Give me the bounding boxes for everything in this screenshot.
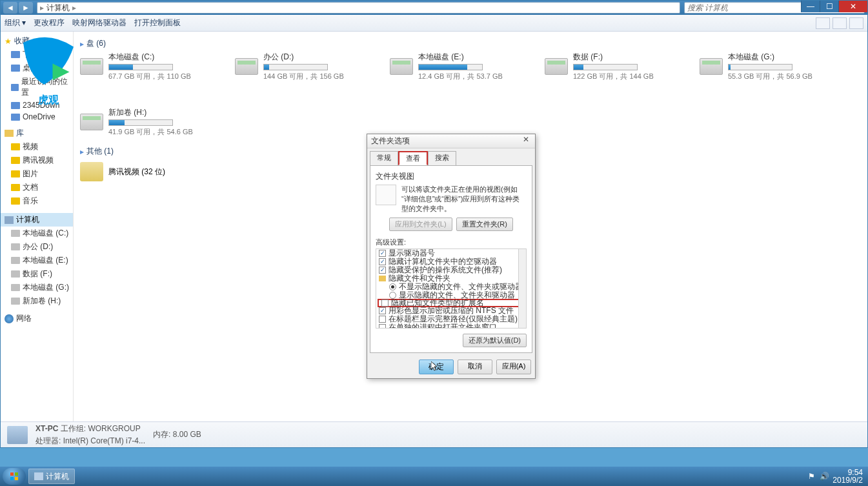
reset-folders-button[interactable]: 重置文件夹(R) xyxy=(456,218,513,231)
libraries-header[interactable]: 库 xyxy=(1,123,73,140)
drive-icon xyxy=(11,243,20,250)
clock[interactable]: 9:542019/9/2 xyxy=(833,469,863,484)
help-button[interactable] xyxy=(849,17,863,29)
checkbox-icon[interactable]: ✓ xyxy=(379,267,386,274)
library-icon xyxy=(11,143,20,150)
drive-icon xyxy=(700,58,723,75)
sidebar-lib-item[interactable]: 图片 xyxy=(1,167,73,181)
drive-icon xyxy=(390,58,413,75)
other-item-label: 腾讯视频 (32 位) xyxy=(108,167,165,177)
drive-name: 办公 (D:) xyxy=(263,52,344,63)
titlebar[interactable]: ◄ ► ▸ 计算机 ▸ — ☐ ✕ xyxy=(1,1,867,15)
svg-text:虎观: 虎观 xyxy=(37,94,59,105)
drive-usage-bar xyxy=(728,64,792,70)
checkbox-icon[interactable]: ✓ xyxy=(379,250,386,257)
drive-item[interactable]: 新加卷 (H:)41.9 GB 可用，共 54.6 GB xyxy=(80,107,209,137)
dialog-title[interactable]: 文件夹选项 ✕ xyxy=(367,134,535,148)
library-icon xyxy=(5,130,14,137)
library-icon xyxy=(11,197,20,205)
drive-icon xyxy=(11,298,20,305)
drive-item[interactable]: 本地磁盘 (C:)67.7 GB 可用，共 110 GB xyxy=(80,52,209,81)
drive-usage-bar xyxy=(418,64,483,70)
dialog-close-button[interactable]: ✕ xyxy=(520,134,532,145)
maximize-button[interactable]: ☐ xyxy=(820,1,838,12)
sidebar-fav-item[interactable]: OneDrive xyxy=(1,111,73,123)
close-button[interactable]: ✕ xyxy=(838,1,867,12)
radio-icon[interactable] xyxy=(389,283,396,290)
control-panel-button[interactable]: 打开控制面板 xyxy=(134,17,181,28)
address-bar[interactable]: ▸ 计算机 ▸ xyxy=(37,2,680,14)
computer-icon xyxy=(5,216,14,224)
preview-pane-button[interactable] xyxy=(833,17,847,29)
taskbar-item-explorer[interactable]: 计算机 xyxy=(28,469,75,484)
sidebar-lib-item[interactable]: 文档 xyxy=(1,181,73,194)
drive-name: 本地磁盘 (G:) xyxy=(728,52,812,63)
cancel-button[interactable]: 取消 xyxy=(458,359,492,374)
drive-item[interactable]: 本地磁盘 (E:)12.4 GB 可用，共 53.7 GB xyxy=(390,52,519,81)
sidebar-network[interactable]: 网络 xyxy=(1,308,73,325)
drive-item[interactable]: 数据 (F:)122 GB 可用，共 144 GB xyxy=(545,52,674,81)
start-button[interactable] xyxy=(3,468,26,485)
nav-back-button[interactable]: ◄ xyxy=(3,2,17,14)
drive-icon xyxy=(235,58,258,75)
sidebar-lib-item[interactable]: 视频 xyxy=(1,140,73,154)
tab-search[interactable]: 搜索 xyxy=(428,151,456,165)
drive-item[interactable]: 办公 (D:)144 GB 可用，共 156 GB xyxy=(235,52,364,81)
folder-view-desc: 可以将该文件夹正在使用的视图(例如“详细信息”或“图标”)应用到所有这种类型的文… xyxy=(401,185,527,214)
library-icon xyxy=(11,170,20,177)
sidebar-drive-item[interactable]: 办公 (D:) xyxy=(1,240,73,254)
tray-volume-icon[interactable]: 🔊 xyxy=(820,472,829,481)
checkbox-icon[interactable]: ✓ xyxy=(379,258,386,265)
drive-free-label: 55.3 GB 可用，共 56.9 GB xyxy=(728,72,812,81)
drive-icon xyxy=(11,230,20,237)
drive-usage-bar xyxy=(263,64,328,70)
folder-options-dialog: 文件夹选项 ✕ 常规 查看 搜索 文件夹视图 可以将该文件夹正在使用的视图(例如… xyxy=(367,134,536,379)
drive-usage-bar xyxy=(573,64,638,70)
drive-usage-bar xyxy=(108,119,173,126)
sidebar-computer[interactable]: 计算机 xyxy=(1,213,73,227)
advanced-option[interactable]: 在单独的进程中打开文件夹窗口 xyxy=(376,323,526,329)
sidebar-drive-item[interactable]: 本地磁盘 (G:) xyxy=(1,281,73,294)
group-disks[interactable]: ▸盘 (6) xyxy=(80,35,861,52)
sidebar-lib-item[interactable]: 音乐 xyxy=(1,194,73,208)
apply-to-folders-button[interactable]: 应用到文件夹(L) xyxy=(389,218,452,231)
checkbox-icon[interactable] xyxy=(381,299,389,307)
scrollbar[interactable] xyxy=(518,249,526,328)
checkbox-icon[interactable]: ✓ xyxy=(379,307,386,314)
sidebar-drive-item[interactable]: 本地磁盘 (E:) xyxy=(1,254,73,267)
expand-icon: ▸ xyxy=(80,147,84,156)
drive-icon xyxy=(80,114,103,130)
taskbar: 计算机 ⚑ 🔊 9:542019/9/2 xyxy=(0,467,868,486)
drive-name: 数据 (F:) xyxy=(573,52,654,63)
apply-button[interactable]: 应用(A) xyxy=(496,359,531,374)
sidebar-drive-item[interactable]: 新加卷 (H:) xyxy=(1,294,73,308)
tab-view[interactable]: 查看 xyxy=(398,151,428,165)
tray-flag-icon[interactable]: ⚑ xyxy=(807,472,816,481)
drive-icon xyxy=(11,257,20,264)
minimize-button[interactable]: — xyxy=(801,1,820,12)
drive-icon xyxy=(11,270,20,278)
breadcrumb-computer[interactable]: 计算机 xyxy=(44,3,72,14)
drive-usage-bar xyxy=(108,64,173,70)
drive-item[interactable]: 本地磁盘 (G:)55.3 GB 可用，共 56.9 GB xyxy=(700,52,829,81)
folder-icon xyxy=(11,114,20,121)
ok-button[interactable]: 确定 xyxy=(419,359,454,374)
nav-forward-button[interactable]: ► xyxy=(19,2,33,14)
folder-icon xyxy=(80,162,103,181)
drive-icon xyxy=(545,58,568,75)
checkbox-icon[interactable] xyxy=(379,316,386,323)
checkbox-icon[interactable] xyxy=(379,324,386,329)
sidebar-lib-item[interactable]: 腾讯视频 xyxy=(1,154,73,167)
breadcrumb-sep: ▸ xyxy=(72,3,76,12)
sidebar-drive-item[interactable]: 本地磁盘 (C:) xyxy=(1,227,73,240)
library-icon xyxy=(11,184,20,191)
tab-general[interactable]: 常规 xyxy=(370,151,398,165)
watermark-logo: 虎观 xyxy=(6,26,90,110)
status-bar: XT-PC 工作组: WORKGROUP 处理器: Intel(R) Core(… xyxy=(1,421,867,447)
drive-name: 本地磁盘 (C:) xyxy=(108,52,191,63)
advanced-list[interactable]: ✓显示驱动器号✓隐藏计算机文件夹中的空驱动器✓隐藏受保护的操作系统文件(推荐)隐… xyxy=(376,248,527,329)
sidebar-drive-item[interactable]: 数据 (F:) xyxy=(1,267,73,281)
dialog-tabs: 常规 查看 搜索 xyxy=(367,148,535,165)
view-button[interactable] xyxy=(816,17,830,29)
restore-defaults-button[interactable]: 还原为默认值(D) xyxy=(463,334,527,347)
